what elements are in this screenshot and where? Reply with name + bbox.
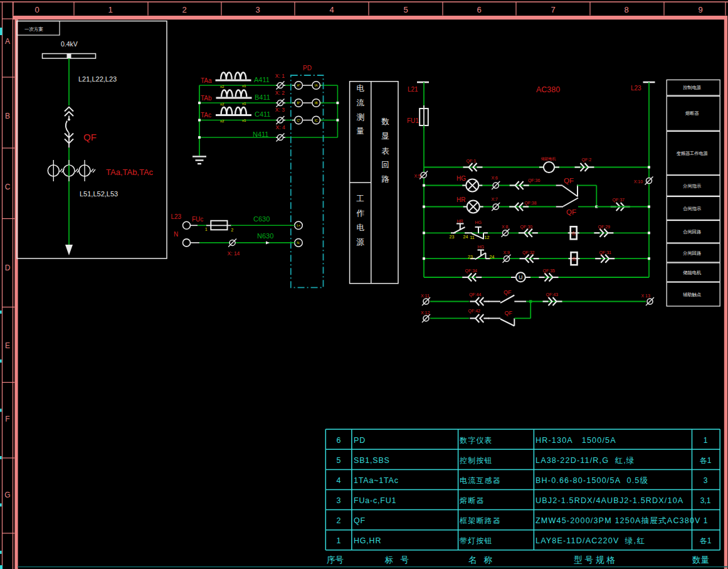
svg-text:5: 5 [337,456,341,465]
svg-text:一次方案: 一次方案 [24,26,43,32]
svg-text:电流互感器: 电流互感器 [460,476,501,485]
svg-text:D: D [5,263,11,272]
svg-text:x2: x2 [220,85,224,88]
svg-text:9: 9 [698,5,702,14]
svg-text:熔断器: 熔断器 [460,496,485,505]
svg-text:测: 测 [356,113,364,122]
svg-text:QF:1: QF:1 [467,159,477,164]
svg-text:HG,HR: HG,HR [354,536,381,545]
svg-text:11: 11 [470,235,475,240]
svg-text:HR: HR [457,219,463,223]
svg-text:IA: IA [315,83,318,87]
svg-text:各1: 各1 [700,536,712,545]
svg-text:显: 显 [381,132,389,141]
svg-text:N-: N- [297,241,300,245]
svg-text:TAc: TAc [201,112,211,119]
svg-text:QF: QF [354,516,366,525]
svg-text:X 13: X 13 [641,294,651,298]
svg-text:X: 2: X: 2 [275,90,285,96]
svg-text:A: A [5,37,10,46]
svg-text:PD: PD [354,436,366,445]
svg-text:型 号 规 格: 型 号 规 格 [574,555,615,565]
svg-text:储能电机: 储能电机 [541,157,556,161]
svg-text:E: E [5,341,10,350]
svg-text:流: 流 [356,98,364,107]
svg-text:QF:36: QF:36 [528,178,541,183]
svg-text:1: 1 [205,227,208,231]
svg-text:U: U [519,274,523,280]
svg-text:HG: HG [478,245,485,249]
svg-text:分闸回路: 分闸回路 [682,250,701,256]
svg-text:UBJ2-1.5RDX/4AUBJ2-1.5RDX/10A: UBJ2-1.5RDX/4AUBJ2-1.5RDX/10A [535,496,683,505]
svg-text:x2: x2 [220,102,224,106]
svg-text:1: 1 [108,5,112,14]
svg-text:23: 23 [468,255,473,259]
svg-text:L23: L23 [631,85,641,92]
svg-text:带灯按钮: 带灯按钮 [460,536,493,545]
svg-text:TAb: TAb [201,95,212,102]
svg-text:X: 4: X: 4 [276,124,285,130]
svg-text:6: 6 [337,436,341,445]
svg-text:X: 1: X: 1 [275,73,285,79]
svg-text:B: B [5,112,10,120]
svg-text:1: 1 [704,516,708,525]
svg-text:x1: x1 [242,119,246,122]
svg-text:X:9: X:9 [504,250,510,255]
svg-text:L21,L22,L23: L21,L22,L23 [78,75,117,83]
svg-text:QF:43: QF:43 [546,292,559,297]
svg-text:2: 2 [337,516,341,525]
svg-text:X: 3: X: 3 [275,107,285,113]
svg-text:x1: x1 [242,84,246,88]
svg-text:8: 8 [624,5,628,14]
svg-text:N411: N411 [253,130,268,138]
svg-text:ZMW45-2000/3PM 1250A抽屉式AC380V: ZMW45-2000/3PM 1250A抽屉式AC380V [535,516,701,525]
svg-text:QF:31: QF:31 [599,250,612,255]
svg-text:L51,L52,L53: L51,L52,L53 [80,190,118,198]
svg-text:L+: L+ [297,223,300,227]
svg-text:HR: HR [456,196,465,203]
svg-text:4: 4 [337,476,341,485]
svg-text:源: 源 [356,238,364,247]
svg-text:QF: QF [505,310,513,316]
svg-text:1TAa~1TAc: 1TAa~1TAc [354,476,399,485]
svg-text:QF:2: QF:2 [582,157,592,162]
svg-text:回: 回 [381,161,389,169]
svg-text:N: N [174,231,178,238]
svg-text:0: 0 [34,5,39,14]
svg-text:TAa: TAa [201,77,212,84]
svg-text:X:10: X:10 [634,179,643,184]
svg-text:辅助触点: 辅助触点 [683,292,701,297]
svg-text:变频器工作电源: 变频器工作电源 [677,151,708,156]
svg-text:IB: IB [315,101,318,105]
svg-text:QF: QF [566,208,576,216]
svg-text:电: 电 [356,223,364,232]
svg-text:分: 分 [571,257,576,261]
svg-text:电: 电 [356,84,364,93]
svg-text:C630: C630 [253,215,270,223]
svg-text:TAa,TAb,TAc: TAa,TAb,TAc [106,168,154,177]
svg-text:C411: C411 [255,110,270,118]
svg-text:各1: 各1 [700,456,712,465]
svg-text:QF:29: QF:29 [598,225,611,230]
svg-text:23: 23 [450,235,455,239]
svg-text:2: 2 [231,228,234,232]
svg-text:G: G [4,491,10,499]
svg-text:B*: B* [297,101,300,105]
svg-text:QF: QF [504,289,512,295]
svg-text:标 号: 标 号 [384,555,409,565]
svg-text:1: 1 [337,536,341,545]
svg-text:12: 12 [485,235,490,240]
svg-text:数: 数 [381,117,389,126]
svg-text:L23: L23 [171,213,182,220]
svg-text:控制电源: 控制电源 [683,85,701,90]
svg-text:2: 2 [182,5,186,14]
svg-text:L21: L21 [408,86,418,93]
svg-text:SB1,SBS: SB1,SBS [354,456,390,465]
svg-text:3: 3 [255,5,260,14]
svg-text:名 称: 名 称 [468,555,493,565]
svg-text:X:12: X:12 [421,311,430,315]
svg-text:A411: A411 [254,76,270,83]
svg-text:AC380: AC380 [536,85,560,94]
svg-text:PD: PD [303,65,312,72]
svg-text:X:8: X:8 [502,225,509,229]
